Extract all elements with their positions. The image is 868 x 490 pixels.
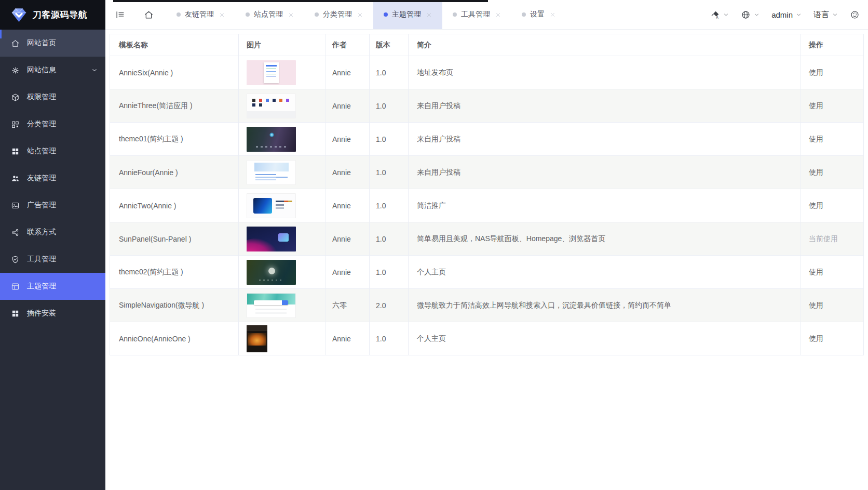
navbar-left: 友链管理站点管理分类管理主题管理工具管理设置	[105, 0, 566, 29]
template-name: AnnieThree(简洁应用 )	[119, 101, 193, 111]
grid-icon	[11, 120, 20, 129]
version-cell: 1.0	[370, 189, 409, 222]
sidebar-fold-icon[interactable]	[115, 10, 125, 20]
template-name-cell: AnnieTwo(Annie )	[110, 189, 239, 222]
main-area: 友链管理站点管理分类管理主题管理工具管理设置 A admin 语言	[105, 0, 868, 490]
tab-tools[interactable]: 工具管理	[442, 0, 511, 29]
shield-icon	[11, 255, 20, 264]
action-cell: 使用	[801, 289, 863, 322]
template-name-cell: SimpleNavigation(微导航 )	[110, 289, 239, 322]
theme-palette-icon[interactable]	[850, 10, 860, 20]
caret-down-icon	[723, 11, 729, 18]
sidebar-item-friend-links[interactable]: 友链管理	[0, 165, 105, 192]
close-icon[interactable]	[288, 12, 294, 18]
sidebar-item-plugins[interactable]: 插件安装	[0, 300, 105, 327]
tab-status-dot	[522, 12, 526, 17]
format-brush-dropdown[interactable]: A	[710, 10, 729, 20]
description-cell: 简单易用且美观，NAS导航面板、Homepage、浏览器首页	[409, 222, 801, 256]
template-name-cell: AnnieOne(AnnieOne )	[110, 322, 239, 355]
sidebar-scrollbar-thumb[interactable]	[0, 30, 2, 38]
author: Annie	[332, 69, 351, 77]
language-dropdown[interactable]: 语言	[813, 10, 838, 20]
template-name: AnnieTwo(Annie )	[119, 202, 177, 210]
table-row: theme01(简约主题 )Annie1.0来自用户投稿使用	[110, 123, 863, 156]
template-name: theme01(简约主题 )	[119, 135, 183, 144]
sidebar-item-tools[interactable]: 工具管理	[0, 246, 105, 273]
breadcrumb-home-icon[interactable]	[144, 10, 154, 20]
table-row: AnnieSix(Annie )Annie1.0地址发布页使用	[110, 56, 863, 89]
app-logo[interactable]: 刀客源码导航	[0, 0, 105, 30]
close-icon[interactable]	[219, 12, 225, 18]
tab-site[interactable]: 站点管理	[235, 0, 304, 29]
tab-friend-links[interactable]: 友链管理	[166, 0, 235, 29]
tab-theme[interactable]: 主题管理	[373, 0, 442, 29]
template-thumbnail	[247, 193, 296, 218]
use-button[interactable]: 使用	[809, 135, 823, 144]
use-button[interactable]: 使用	[809, 201, 823, 210]
template-name: AnnieSix(Annie )	[119, 69, 173, 77]
version: 1.0	[376, 135, 386, 143]
description: 简洁推广	[417, 201, 446, 210]
table-row: SunPanel(Sun-Panel )Annie1.0简单易用且美观，NAS导…	[110, 222, 863, 256]
globe-dropdown[interactable]	[741, 10, 760, 20]
version: 1.0	[376, 168, 386, 177]
sidebar-item-site-info[interactable]: 网站信息	[0, 57, 105, 84]
svg-text:A: A	[716, 16, 718, 19]
template-thumbnail	[247, 325, 267, 352]
tab-category[interactable]: 分类管理	[304, 0, 373, 29]
caret-down-icon	[795, 11, 802, 18]
sidebar-item-contact[interactable]: 联系方式	[0, 219, 105, 246]
author-cell: Annie	[326, 222, 370, 256]
use-button[interactable]: 使用	[809, 68, 823, 77]
table-row: SimpleNavigation(微导航 )六零2.0微导航致力于简洁高效上网导…	[110, 289, 863, 322]
use-button[interactable]: 使用	[809, 101, 823, 111]
action-cell: 使用	[801, 89, 863, 123]
sidebar-item-theme[interactable]: 主题管理	[0, 273, 105, 300]
use-button[interactable]: 使用	[809, 301, 823, 310]
close-icon[interactable]	[426, 12, 432, 18]
author-cell: Annie	[326, 89, 370, 123]
tabs-scrollbar-thumb[interactable]	[113, 0, 488, 2]
windows-icon	[11, 309, 20, 318]
close-icon[interactable]	[357, 12, 363, 18]
description-cell: 个人主页	[409, 256, 801, 289]
template-image-cell	[239, 123, 326, 156]
close-icon[interactable]	[495, 12, 501, 18]
username-label: admin	[771, 10, 793, 19]
home-icon	[11, 39, 20, 48]
tab-label: 分类管理	[323, 10, 352, 19]
caret-down-icon	[753, 11, 760, 18]
close-icon[interactable]	[550, 12, 555, 18]
description-cell: 简洁推广	[409, 189, 801, 222]
author: Annie	[332, 168, 351, 177]
use-button[interactable]: 使用	[809, 334, 823, 343]
sidebar-item-label: 插件安装	[27, 309, 56, 318]
template-image-cell	[239, 56, 326, 89]
cube-icon	[11, 93, 20, 102]
tab-settings[interactable]: 设置	[511, 0, 566, 29]
use-button[interactable]: 使用	[809, 168, 823, 177]
description: 来自用户投稿	[417, 135, 460, 144]
column-header: 作者	[326, 34, 370, 56]
template-thumbnail	[247, 94, 296, 118]
template-thumbnail	[247, 293, 296, 318]
use-button[interactable]: 使用	[809, 268, 823, 277]
sidebar-item-home[interactable]: 网站首页	[0, 30, 105, 57]
column-header: 操作	[801, 34, 863, 56]
sidebar-item-category[interactable]: 分类管理	[0, 111, 105, 138]
sidebar-item-site[interactable]: 站点管理	[0, 138, 105, 165]
open-tabs-bar: 友链管理站点管理分类管理主题管理工具管理设置	[166, 0, 566, 29]
description: 地址发布页	[417, 68, 453, 77]
version: 1.0	[376, 268, 386, 276]
template-thumbnail	[247, 60, 296, 85]
tab-status-dot	[246, 12, 250, 17]
sidebar-item-permission[interactable]: 权限管理	[0, 84, 105, 111]
sidebar-item-ads[interactable]: 广告管理	[0, 192, 105, 219]
navbar-right: A admin 语言	[710, 10, 860, 20]
action-cell: 当前使用	[801, 222, 863, 256]
users-icon	[11, 174, 20, 183]
template-name: AnnieFour(Annie )	[119, 168, 178, 177]
tab-status-dot	[453, 12, 457, 17]
user-dropdown[interactable]: admin	[771, 10, 802, 19]
windows-icon	[11, 147, 20, 156]
